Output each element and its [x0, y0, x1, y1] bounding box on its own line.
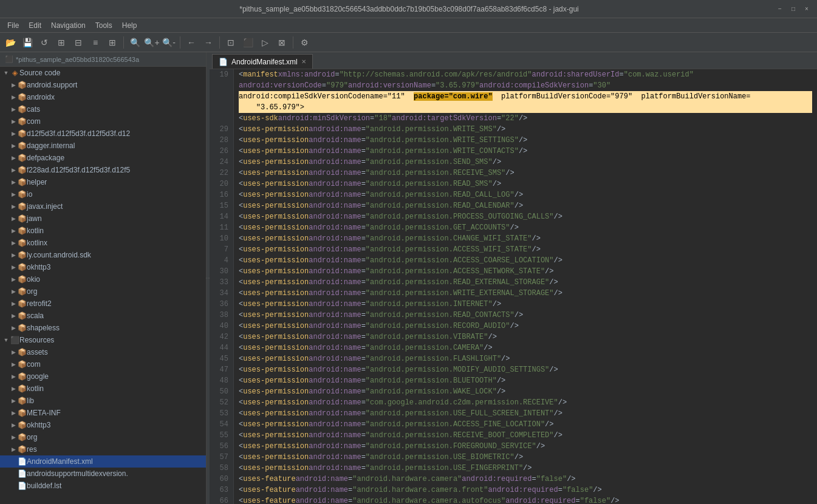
- menu-tools[interactable]: Tools: [91, 20, 117, 31]
- tree-item-io[interactable]: ▶ 📦 io: [0, 188, 206, 200]
- arrow-android-support[interactable]: ▶: [10, 82, 17, 88]
- tree-item-dagger[interactable]: ▶ 📦 dagger.internal: [0, 140, 206, 152]
- tree-item-d12f[interactable]: ▶ 📦 d12f5d3f.d12f5d3f.d12f5d3f.d12: [0, 128, 206, 140]
- arrow-res-lib[interactable]: ▶: [10, 398, 17, 404]
- arrow-androidx[interactable]: ▶: [10, 94, 17, 100]
- close-button[interactable]: ×: [802, 5, 811, 13]
- arrow-okhttp3[interactable]: ▶: [10, 264, 17, 270]
- arrow-org[interactable]: ▶: [10, 288, 17, 295]
- arrow-com[interactable]: ▶: [10, 118, 17, 124]
- tree-item-source-code[interactable]: ▼ ◈ Source code: [0, 67, 206, 79]
- arrow-kotlinx[interactable]: ▶: [10, 240, 17, 246]
- expand-arrow-resources[interactable]: ▼: [2, 337, 10, 343]
- tree-item-res-com[interactable]: ▶ 📦 com: [0, 358, 206, 370]
- menu-help[interactable]: Help: [117, 20, 142, 31]
- package-icon: 📦: [17, 105, 27, 114]
- tab-close-btn[interactable]: ✕: [301, 58, 306, 65]
- tree-item-kotlin[interactable]: ▶ 📦 kotlin: [0, 225, 206, 237]
- tree-item-f228ad[interactable]: ▶ 📦 f228ad.d12f5d3f.d12f5d3f.d12f5: [0, 164, 206, 176]
- arrow-cats[interactable]: ▶: [10, 106, 17, 112]
- toolbar-save-btn[interactable]: 💾: [19, 35, 35, 50]
- tree-item-com[interactable]: ▶ 📦 com: [0, 115, 206, 128]
- tree-item-res-org[interactable]: ▶ 📦 org: [0, 431, 206, 443]
- arrow-scala[interactable]: ▶: [10, 313, 17, 319]
- menu-file[interactable]: File: [2, 20, 24, 31]
- maximize-button[interactable]: □: [789, 5, 798, 13]
- tree-item-res-assets[interactable]: ▶ 📦 assets: [0, 346, 206, 358]
- tree-item-kotlinx[interactable]: ▶ 📦 kotlinx: [0, 237, 206, 249]
- tree-item-res-google[interactable]: ▶ 📦 google: [0, 370, 206, 383]
- tree-item-shapeless[interactable]: ▶ 📦 shapeless: [0, 322, 206, 334]
- tree-item-res-metainf[interactable]: ▶ 📦 META-INF: [0, 407, 206, 419]
- tree-item-okio[interactable]: ▶ 📦 okio: [0, 273, 206, 285]
- expand-arrow-source[interactable]: ▼: [2, 70, 10, 76]
- tree-item-okhttp3[interactable]: ▶ 📦 okhttp3: [0, 261, 206, 273]
- tree-item-cats[interactable]: ▶ 📦 cats: [0, 103, 206, 115]
- toolbar-btn10[interactable]: ▷: [257, 35, 273, 50]
- package-icon: 📦: [17, 141, 27, 150]
- tree-item-ly-count[interactable]: ▶ 📦 ly.count.android.sdk: [0, 249, 206, 261]
- arrow-res-okhttp3[interactable]: ▶: [10, 422, 17, 428]
- toolbar-btn7[interactable]: ⊞: [104, 35, 120, 50]
- tree-item-android-support[interactable]: ▶ 📦 android.support: [0, 79, 206, 91]
- arrow-helper[interactable]: ▶: [10, 179, 17, 185]
- toolbar-btn9[interactable]: ⬛: [240, 35, 256, 50]
- toolbar-zoom-out-btn[interactable]: 🔍-: [161, 35, 177, 50]
- tree-item-org[interactable]: ▶ 📦 org: [0, 285, 206, 298]
- arrow-res-assets[interactable]: ▶: [10, 349, 17, 355]
- sidebar: ⬛ *pithus_sample_ae05bbd31820c566543a ▼ …: [0, 52, 207, 504]
- arrow-jawn[interactable]: ▶: [10, 216, 17, 222]
- minimize-button[interactable]: −: [776, 5, 784, 13]
- arrow-res-google[interactable]: ▶: [10, 373, 17, 380]
- toolbar-btn5[interactable]: ⊟: [70, 35, 86, 50]
- tree-item-defpackage[interactable]: ▶ 📦 defpackage: [0, 152, 206, 164]
- tree-item-scala[interactable]: ▶ 📦 scala: [0, 310, 206, 322]
- toolbar-sep1: [123, 36, 124, 49]
- label-res-metainf: META-INF: [27, 409, 61, 417]
- tree-item-jawn[interactable]: ▶ 📦 jawn: [0, 213, 206, 225]
- tree-item-helper[interactable]: ▶ 📦 helper: [0, 176, 206, 188]
- arrow-res-kotlin[interactable]: ▶: [10, 386, 17, 392]
- arrow-f228ad[interactable]: ▶: [10, 167, 17, 173]
- tree-item-res-kotlin[interactable]: ▶ 📦 kotlin: [0, 383, 206, 395]
- arrow-d12f[interactable]: ▶: [10, 131, 17, 137]
- arrow-defpackage[interactable]: ▶: [10, 155, 17, 161]
- tree-item-resources[interactable]: ▼ ⬛ Resources: [0, 334, 206, 346]
- menu-edit[interactable]: Edit: [24, 20, 46, 31]
- tree-item-res-lib[interactable]: ▶ 📦 lib: [0, 395, 206, 407]
- toolbar-back-btn[interactable]: ←: [183, 35, 199, 50]
- tab-androidmanifest[interactable]: 📄 AndroidManifest.xml ✕: [212, 54, 313, 69]
- tree-item-javax[interactable]: ▶ 📦 javax.inject: [0, 200, 206, 213]
- toolbar-forward-btn[interactable]: →: [200, 35, 216, 50]
- tree-item-androidx[interactable]: ▶ 📦 androidx: [0, 91, 206, 103]
- arrow-res-com[interactable]: ▶: [10, 361, 17, 367]
- arrow-javax[interactable]: ▶: [10, 203, 17, 209]
- tree-item-multidex[interactable]: 📄 androidsupportmultidexversion.: [0, 468, 206, 480]
- tree-item-androidmanifest[interactable]: 📄 AndroidManifest.xml: [0, 455, 206, 468]
- arrow-ly-count[interactable]: ▶: [10, 252, 17, 258]
- tree-item-res-okhttp3[interactable]: ▶ 📦 okhttp3: [0, 419, 206, 431]
- arrow-res-res[interactable]: ▶: [10, 446, 17, 452]
- arrow-kotlin[interactable]: ▶: [10, 228, 17, 234]
- arrow-okio[interactable]: ▶: [10, 276, 17, 282]
- arrow-dagger[interactable]: ▶: [10, 143, 17, 149]
- toolbar-open-btn[interactable]: 📂: [2, 35, 18, 50]
- toolbar-btn4[interactable]: ⊞: [53, 35, 69, 50]
- arrow-io[interactable]: ▶: [10, 191, 17, 197]
- menu-navigation[interactable]: Navigation: [46, 20, 91, 31]
- toolbar-btn6[interactable]: ≡: [87, 35, 103, 50]
- toolbar-btn8[interactable]: ⊡: [223, 35, 239, 50]
- arrow-retrofit2[interactable]: ▶: [10, 301, 17, 307]
- arrow-res-org[interactable]: ▶: [10, 434, 17, 440]
- editor-content[interactable]: 19 29 28 26 24 22 20 16 15 14 11 10: [210, 69, 817, 504]
- toolbar-settings-btn[interactable]: ⚙: [296, 35, 312, 50]
- toolbar-search-btn[interactable]: 🔍: [127, 35, 143, 50]
- arrow-res-metainf[interactable]: ▶: [10, 410, 17, 416]
- tree-item-retrofit2[interactable]: ▶ 📦 retrofit2: [0, 298, 206, 310]
- toolbar-btn11[interactable]: ⊠: [274, 35, 290, 50]
- arrow-shapeless[interactable]: ▶: [10, 325, 17, 331]
- tree-item-builddef[interactable]: 📄 builddef.lst: [0, 480, 206, 492]
- toolbar-reload-btn[interactable]: ↺: [36, 35, 52, 50]
- toolbar-zoom-in-btn[interactable]: 🔍+: [144, 35, 160, 50]
- tree-item-res-res[interactable]: ▶ 📦 res: [0, 443, 206, 455]
